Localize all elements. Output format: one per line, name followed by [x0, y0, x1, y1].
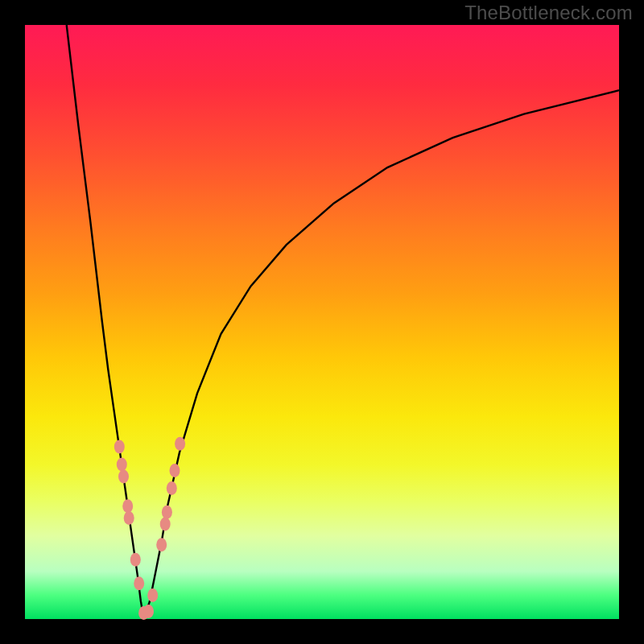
data-marker [114, 440, 125, 454]
data-marker [156, 538, 167, 551]
data-marker [124, 511, 134, 525]
bottleneck-curve-svg [25, 25, 619, 619]
data-marker [147, 588, 158, 602]
chart-frame: TheBottleneck.com [0, 0, 644, 644]
data-marker [130, 553, 141, 567]
data-marker [117, 458, 127, 472]
data-marker [122, 499, 133, 513]
bottleneck-curve-left [67, 25, 144, 619]
data-marker [118, 469, 129, 483]
watermark-text: TheBottleneck.com [464, 2, 633, 24]
plot-area [25, 25, 619, 619]
data-markers [114, 437, 185, 620]
data-marker [175, 437, 185, 451]
data-marker [167, 481, 177, 495]
bottleneck-curve-right [144, 90, 619, 619]
data-marker [162, 506, 172, 519]
data-marker [134, 576, 144, 590]
data-marker [160, 517, 171, 530]
data-marker [170, 464, 180, 477]
data-marker [143, 605, 154, 618]
